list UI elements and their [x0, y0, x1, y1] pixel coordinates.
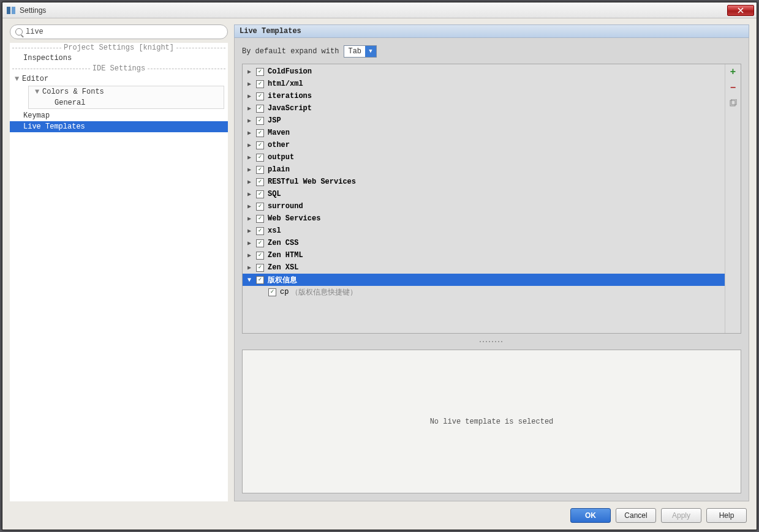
tree-item-keymap[interactable]: Keymap	[10, 110, 228, 121]
checkbox[interactable]: ✓	[256, 80, 264, 88]
template-group-row[interactable]: ▶✓SQL	[243, 188, 725, 200]
template-group-label: JSP	[268, 116, 281, 125]
template-group-label: iterations	[268, 92, 312, 100]
chevron-down-icon[interactable]: ▼	[245, 277, 254, 283]
chevron-down-icon: ▼	[35, 88, 41, 96]
copy-icon[interactable]	[728, 99, 738, 108]
search-box[interactable]	[10, 24, 228, 39]
checkbox[interactable]: ✓	[256, 92, 264, 100]
template-item-row[interactable]: ✓cp（版权信息快捷键）	[243, 286, 725, 298]
template-group-row[interactable]: ▶✓html/xml	[243, 78, 725, 90]
dialog-buttons: OK Cancel Apply Help	[10, 501, 749, 530]
template-group-row[interactable]: ▶✓Zen XSL	[243, 261, 725, 274]
chevron-right-icon[interactable]: ▶	[245, 141, 254, 149]
chevron-right-icon[interactable]: ▶	[245, 68, 254, 75]
help-button[interactable]: Help	[706, 508, 747, 523]
chevron-right-icon[interactable]: ▶	[245, 252, 254, 259]
chevron-right-icon[interactable]: ▶	[245, 105, 254, 112]
template-group-label: other	[268, 141, 290, 149]
settings-window: Settings Project Settings [knight] Inspe…	[2, 2, 757, 530]
template-group-row[interactable]: ▶✓other	[243, 139, 725, 151]
titlebar[interactable]: Settings	[2, 2, 757, 18]
close-button[interactable]	[727, 5, 754, 16]
chevron-right-icon[interactable]: ▶	[245, 92, 254, 100]
ok-button[interactable]: OK	[570, 508, 611, 523]
template-group-label: Zen CSS	[268, 239, 298, 247]
checkbox[interactable]: ✓	[256, 203, 264, 211]
chevron-right-icon[interactable]: ▶	[245, 264, 254, 271]
checkbox[interactable]: ✓	[256, 105, 264, 113]
chevron-right-icon[interactable]: ▶	[245, 215, 254, 222]
template-group-label: ColdFusion	[268, 67, 312, 76]
chevron-right-icon[interactable]: ▶	[245, 129, 254, 137]
expand-combo[interactable]: Tab ▼	[344, 45, 377, 58]
checkbox[interactable]: ✓	[256, 117, 264, 125]
chevron-right-icon[interactable]: ▶	[245, 154, 254, 161]
checkbox[interactable]: ✓	[256, 215, 264, 223]
chevron-right-icon[interactable]: ▶	[245, 166, 254, 173]
chevron-down-icon[interactable]: ▼	[365, 46, 376, 57]
checkbox[interactable]: ✓	[256, 252, 264, 260]
chevron-right-icon[interactable]: ▶	[245, 178, 254, 185]
template-group-row[interactable]: ▶✓JavaScript	[243, 102, 725, 114]
template-group-row[interactable]: ▼✓版权信息	[243, 274, 725, 286]
search-input[interactable]	[26, 28, 222, 36]
add-icon[interactable]: +	[728, 67, 738, 77]
checkbox[interactable]: ✓	[256, 154, 264, 162]
template-group-row[interactable]: ▶✓iterations	[243, 90, 725, 102]
template-group-label: Zen XSL	[268, 263, 298, 272]
template-group-row[interactable]: ▶✓Web Services	[243, 212, 725, 225]
chevron-right-icon[interactable]: ▶	[245, 190, 254, 198]
right-panel: Live Templates By default expand with Ta…	[234, 24, 749, 501]
template-group-label: JavaScript	[268, 104, 312, 113]
template-group-row[interactable]: ▶✓Maven	[243, 127, 725, 139]
checkbox[interactable]: ✓	[256, 190, 264, 198]
expand-label: By default expand with	[242, 47, 339, 56]
template-group-label: Zen HTML	[268, 251, 303, 260]
checkbox[interactable]: ✓	[256, 239, 264, 247]
settings-tree[interactable]: Project Settings [knight] Inspections ID…	[10, 43, 228, 501]
checkbox[interactable]: ✓	[256, 129, 264, 137]
chevron-right-icon[interactable]: ▶	[245, 80, 254, 88]
template-group-row[interactable]: ▶✓xsl	[243, 225, 725, 237]
expand-with-row: By default expand with Tab ▼	[242, 45, 741, 58]
checkbox[interactable]: ✓	[256, 141, 264, 149]
remove-icon[interactable]: −	[728, 83, 738, 92]
svg-rect-1	[12, 7, 15, 14]
templates-toolbar: + −	[725, 64, 741, 333]
chevron-right-icon[interactable]: ▶	[245, 117, 254, 124]
template-group-row[interactable]: ▶✓surround	[243, 200, 725, 212]
chevron-right-icon[interactable]: ▶	[245, 227, 254, 234]
checkbox[interactable]: ✓	[268, 288, 276, 296]
checkbox[interactable]: ✓	[256, 264, 264, 272]
checkbox[interactable]: ✓	[256, 276, 264, 284]
tree-item-colors-fonts[interactable]: ▼Colors & Fonts	[29, 86, 224, 97]
template-group-row[interactable]: ▶✓Zen CSS	[243, 237, 725, 249]
template-group-row[interactable]: ▶✓JSP	[243, 114, 725, 127]
tree-item-editor[interactable]: ▼Editor	[10, 73, 228, 84]
chevron-right-icon[interactable]: ▶	[245, 203, 254, 210]
template-group-row[interactable]: ▶✓plain	[243, 163, 725, 176]
tree-item-general[interactable]: General	[29, 97, 224, 108]
template-group-label: xsl	[268, 227, 281, 235]
checkbox[interactable]: ✓	[256, 227, 264, 235]
template-group-label: Maven	[268, 129, 290, 137]
apply-button[interactable]: Apply	[661, 508, 701, 523]
chevron-right-icon[interactable]: ▶	[245, 239, 254, 247]
checkbox[interactable]: ✓	[256, 166, 264, 174]
template-detail: No live template is selected	[242, 350, 741, 493]
template-group-row[interactable]: ▶✓RESTful Web Services	[243, 176, 725, 188]
template-group-row[interactable]: ▶✓ColdFusion	[243, 66, 725, 78]
tree-item-live-templates[interactable]: Live Templates	[10, 121, 228, 132]
templates-tree[interactable]: ▶✓ColdFusion▶✓html/xml▶✓iterations▶✓Java…	[243, 64, 725, 333]
content-area: Project Settings [knight] Inspections ID…	[2, 18, 757, 530]
checkbox[interactable]: ✓	[256, 178, 264, 186]
template-group-row[interactable]: ▶✓output	[243, 151, 725, 163]
tree-item-inspections[interactable]: Inspections	[10, 53, 228, 64]
template-group-label: surround	[268, 202, 303, 211]
cancel-button[interactable]: Cancel	[616, 508, 656, 523]
template-group-label: output	[268, 153, 294, 162]
splitter[interactable]	[242, 340, 741, 343]
checkbox[interactable]: ✓	[256, 68, 264, 76]
template-group-row[interactable]: ▶✓Zen HTML	[243, 249, 725, 261]
